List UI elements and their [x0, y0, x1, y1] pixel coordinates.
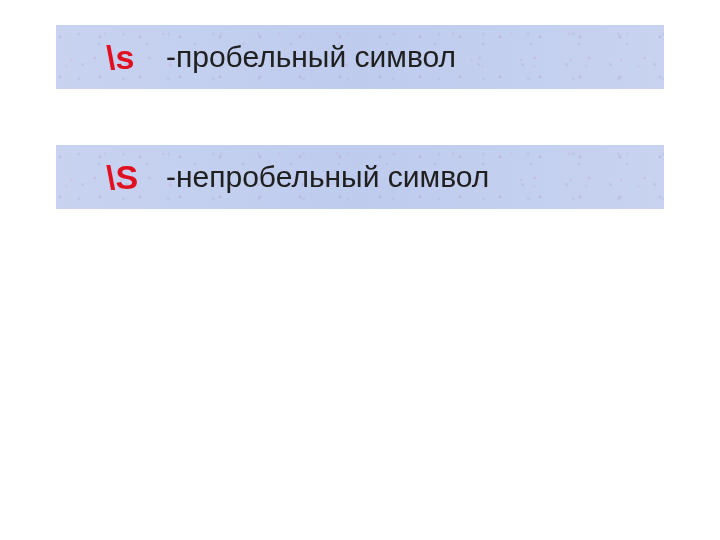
regex-description: -непробельный символ: [166, 160, 489, 194]
regex-description: -пробельный символ: [166, 40, 456, 74]
regex-symbol: \s: [106, 38, 144, 77]
regex-entry-row: \s -пробельный символ: [56, 25, 664, 89]
regex-symbol: \S: [106, 158, 144, 197]
regex-entry-row: \S -непробельный символ: [56, 145, 664, 209]
